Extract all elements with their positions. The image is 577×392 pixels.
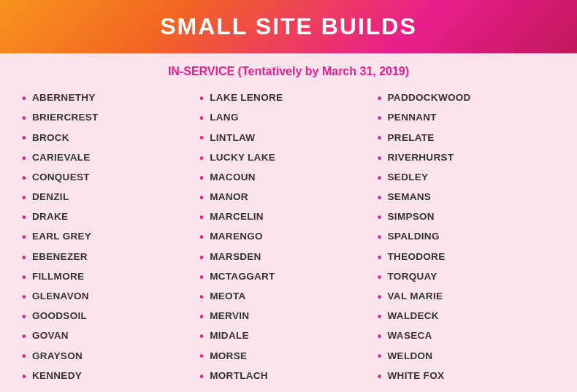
list-item: MARSDEN [199, 247, 377, 267]
list-item: DENZIL [22, 188, 199, 207]
list-item: WALDECK [378, 307, 555, 326]
subtitle: IN-SERVICE (Tentatively by March 31, 201… [22, 65, 555, 78]
list-item: SEMANS [378, 188, 555, 207]
page-title: SMALL SITE BUILDS [15, 13, 562, 40]
list-item: PENNANT [378, 108, 555, 128]
list-item: RIVERHURST [378, 148, 555, 168]
list-item: BROCK [22, 128, 199, 147]
list-item: MEOTA [199, 287, 377, 307]
list-item: THEODORE [378, 247, 555, 267]
list-item: MCTAGGART [199, 267, 377, 287]
list-item: TORQUAY [378, 267, 555, 287]
column-2: LAKE LENORELANGLINTLAWLUCKY LAKEMACOUNMA… [199, 88, 377, 392]
list-item: MACOUN [199, 168, 377, 188]
list-item: GLENAVON [22, 287, 199, 307]
list-item: EARL GREY [22, 227, 199, 247]
list-item: MARCELIN [199, 207, 377, 227]
columns-container: ABERNETHYBRIERCRESTBROCKCARIEVALECONQUES… [22, 88, 555, 392]
list-item: SIMPSON [378, 207, 555, 227]
list-item: SPALDING [378, 227, 555, 247]
list-item: LANG [199, 108, 377, 128]
list-item: ABERNETHY [22, 88, 199, 108]
list-item: BRIERCREST [22, 108, 199, 128]
list-item: LUCKY LAKE [199, 148, 377, 168]
list-item: PADDOCKWOOD [378, 88, 555, 108]
list-item: PRELATE [378, 128, 555, 147]
list-item: EBENEZER [22, 247, 199, 267]
column-1: ABERNETHYBRIERCRESTBROCKCARIEVALECONQUES… [22, 88, 199, 392]
list-item: FILLMORE [22, 267, 199, 287]
list-item: VAL MARIE [378, 287, 555, 307]
list-item: MORTLACH [199, 366, 377, 386]
list-item: LINTLAW [199, 128, 377, 147]
list-item: GRAYSON [22, 346, 199, 366]
list-item: CARIEVALE [22, 148, 199, 168]
list-item: MIDALE [199, 326, 377, 346]
list-item: WHITE FOX [378, 366, 555, 386]
list-item: MERVIN [199, 307, 377, 326]
list-item: KENNEDY [22, 366, 199, 386]
list-item: GOODSOIL [22, 307, 199, 326]
list-item: ZENON PARK [378, 386, 555, 392]
column-3: PADDOCKWOODPENNANTPRELATERIVERHURSTSEDLE… [378, 88, 555, 392]
list-item: WASECA [378, 326, 555, 346]
list-item: MARENGO [199, 227, 377, 247]
list-item: DRAKE [22, 207, 199, 227]
list-item: MUENSTER [199, 386, 377, 392]
list-item: SEDLEY [378, 168, 555, 188]
content-area: IN-SERVICE (Tentatively by March 31, 201… [0, 53, 577, 392]
list-item: MANOR [199, 188, 377, 207]
list-item: WELDON [378, 346, 555, 366]
list-item: MORSE [199, 346, 377, 366]
list-item: KISBEY [22, 386, 199, 392]
list-item: GOVAN [22, 326, 199, 346]
header: SMALL SITE BUILDS [0, 0, 577, 53]
list-item: CONQUEST [22, 168, 199, 188]
list-item: LAKE LENORE [199, 88, 377, 108]
